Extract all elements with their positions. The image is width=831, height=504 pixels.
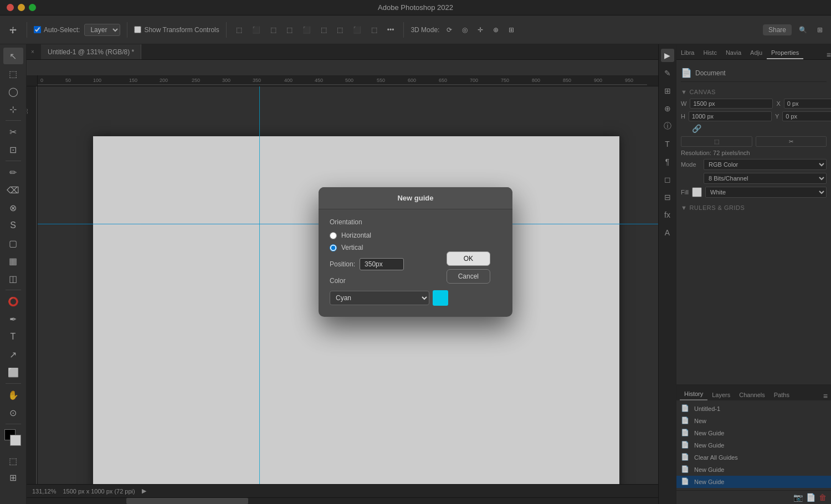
cancel-button[interactable]: Cancel	[447, 269, 490, 284]
new-guide-dialog: New guide Orientation Horizontal Vertica…	[319, 187, 512, 317]
position-input[interactable]	[360, 258, 404, 270]
vertical-option: Vertical	[330, 244, 501, 251]
horizontal-radio[interactable]	[330, 232, 337, 239]
vertical-label[interactable]: Vertical	[341, 244, 363, 251]
color-dropdown-container: Cyan Magenta Yellow Custom...	[330, 290, 501, 306]
dialog-buttons: OK Cancel	[447, 251, 490, 284]
dialog-overlay: New guide Orientation Horizontal Vertica…	[0, 0, 831, 504]
ok-button[interactable]: OK	[447, 251, 490, 266]
position-label: Position:	[330, 260, 355, 268]
color-select[interactable]: Cyan Magenta Yellow Custom...	[330, 291, 429, 305]
dialog-title: New guide	[319, 187, 512, 209]
orientation-label: Orientation	[330, 218, 501, 226]
color-preview-swatch[interactable]	[433, 290, 448, 306]
dialog-inner: Orientation Horizontal Vertical Position…	[330, 218, 501, 306]
vertical-radio[interactable]	[330, 244, 337, 251]
dialog-content: Orientation Horizontal Vertical Position…	[319, 209, 512, 317]
horizontal-label[interactable]: Horizontal	[341, 232, 371, 239]
horizontal-option: Horizontal	[330, 232, 501, 239]
